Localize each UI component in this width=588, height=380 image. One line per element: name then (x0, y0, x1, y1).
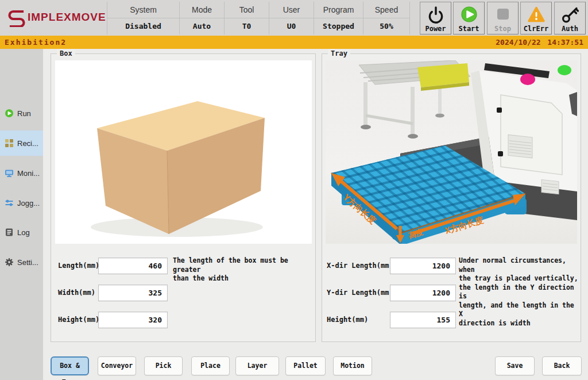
box-width-input[interactable] (98, 285, 168, 301)
key-icon (561, 5, 579, 25)
sidebar-item-recipe[interactable]: Reci... (0, 130, 43, 156)
datetime: 2024/10/22 14:37:51 (496, 36, 583, 49)
tray-scene-image: Y方向长度 X方向长度 高度 (326, 60, 577, 244)
status-header-system: System (107, 2, 179, 18)
tab-place[interactable]: Place (191, 356, 230, 375)
stop-button[interactable]: Stop (487, 2, 519, 34)
sidebar-item-log[interactable]: Log (0, 220, 43, 245)
sidebar-label-run: Run (17, 109, 31, 118)
start-button[interactable]: Start (453, 2, 485, 34)
status-value-speed: 50% (363, 18, 409, 34)
status-table: System Disabled Mode Auto Tool T0 User U… (107, 2, 410, 34)
sidebar-label-recipe: Reci... (17, 139, 38, 148)
status-header-speed: Speed (363, 2, 409, 18)
tray-ydir-input[interactable] (390, 285, 456, 301)
logo-s-icon (7, 7, 26, 27)
status-value-user: U0 (269, 18, 314, 34)
title-bar: Exhibition2 2024/10/22 14:37:51 (0, 36, 588, 49)
tray-panel-title: Tray (328, 49, 350, 57)
logo-text: IMPLEXMOVE (28, 11, 106, 24)
tab-pallet[interactable]: Pallet (285, 356, 326, 375)
box-length-input[interactable] (98, 258, 168, 274)
tray-panel: Tray (322, 53, 581, 342)
sidebar-item-jogging[interactable]: Jogg... (0, 190, 43, 216)
tray-xdir-input[interactable] (390, 258, 456, 274)
status-value-mode: Auto (180, 18, 224, 34)
status-value-system: Disabled (107, 18, 179, 34)
recipe-icon (5, 139, 14, 148)
tab-conveyor[interactable]: Conveyor (98, 356, 136, 375)
gear-icon (5, 258, 14, 267)
status-value-program: Stopped (314, 18, 363, 34)
status-header-program: Program (314, 2, 363, 18)
save-button[interactable]: Save (495, 356, 535, 375)
sidebar-label-monitor: Moni... (17, 169, 40, 178)
box-width-label: Width(mm) (58, 289, 95, 297)
tray-xdir-label: X-dir Length(mm) (327, 262, 393, 270)
tab-box-and-tray[interactable]: Box & Tray (51, 356, 89, 375)
box-image (55, 60, 312, 244)
box-height-label: Height(mm) (58, 316, 99, 324)
box-length-label: Length(mm) (58, 262, 99, 270)
box-height-input[interactable] (98, 312, 168, 328)
top-header: IMPLEXMOVE System Disabled Mode Auto Too… (0, 0, 588, 36)
stop-icon (494, 5, 512, 25)
sidebar-item-settings[interactable]: Setti... (0, 250, 43, 275)
power-label: Power (425, 25, 446, 33)
tray-note: Under normal circumstances, when the tra… (459, 256, 581, 328)
start-label: Start (458, 25, 479, 33)
tray-height-input[interactable] (390, 312, 456, 328)
auth-button[interactable]: Auth (554, 2, 586, 34)
project-name: Exhibition2 (5, 36, 67, 49)
tray-height-label: Height(mm) (327, 316, 368, 324)
tray-image: Y方向长度 X方向长度 高度 (326, 60, 577, 244)
brand-logo: IMPLEXMOVE (7, 7, 106, 27)
auth-label: Auth (562, 25, 578, 33)
tab-layer-layout[interactable]: Layer Layout (235, 356, 279, 375)
tab-pick[interactable]: Pick (144, 356, 183, 375)
tab-motion[interactable]: Motion (333, 356, 372, 375)
back-button[interactable]: Back (542, 356, 582, 375)
box-note: The length of the box must be greater th… (173, 256, 318, 283)
box-panel-title: Box (57, 49, 75, 57)
status-header-mode: Mode (180, 2, 224, 18)
tray-ydir-label: Y-dir Length(mm) (327, 289, 393, 297)
jog-icon (5, 198, 14, 208)
clear-error-label: ClrErr (524, 25, 548, 33)
log-icon (5, 228, 14, 237)
run-icon (5, 109, 14, 118)
status-value-tool: T0 (225, 18, 269, 34)
status-header-tool: Tool (225, 2, 269, 18)
warning-icon (527, 5, 546, 25)
monitor-icon (5, 168, 14, 178)
sidebar-label-jogging: Jogg... (17, 199, 40, 208)
stop-label: Stop (494, 25, 511, 33)
start-icon (460, 5, 478, 25)
sidebar-item-run[interactable]: Run (0, 101, 43, 126)
sidebar-label-settings: Setti... (17, 258, 38, 267)
box-panel: Box Length(mm) Width(mm) Height(mm) The … (51, 53, 316, 342)
sidebar: Run Reci... Moni... Jogg... L (0, 49, 43, 380)
clear-error-button[interactable]: ClrErr (520, 2, 552, 34)
box-3d-image (55, 60, 312, 244)
sidebar-item-monitor[interactable]: Moni... (0, 160, 43, 186)
power-button[interactable]: Power (420, 2, 451, 34)
status-header-user: User (269, 2, 314, 18)
sidebar-label-log: Log (17, 228, 30, 237)
power-icon (427, 5, 445, 25)
